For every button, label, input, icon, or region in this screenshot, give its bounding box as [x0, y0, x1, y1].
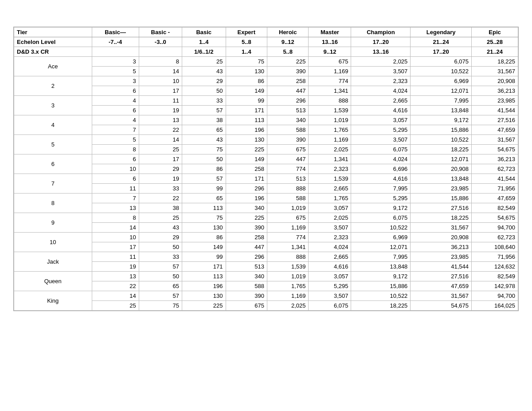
data-cell: 513 [226, 262, 267, 272]
data-cell: 62,723 [472, 164, 518, 174]
data-cell: 31,567 [411, 223, 472, 233]
data-cell: 18,225 [411, 213, 472, 223]
master-header: Master [309, 28, 351, 37]
dnd-cr-label: D&D 3.x CR [14, 47, 92, 57]
data-cell: 171 [182, 262, 226, 272]
data-cell: 1,169 [267, 291, 309, 301]
data-cell: 3 [92, 76, 139, 86]
data-cell: 675 [309, 57, 351, 67]
data-cell: 164,025 [472, 301, 518, 311]
data-cell: 3,507 [309, 223, 351, 233]
data-cell: 142,978 [472, 281, 518, 291]
data-cell: 17 [92, 242, 139, 252]
data-cell: 5 [92, 135, 139, 145]
data-cell: 1,169 [267, 223, 309, 233]
data-cell: 149 [226, 86, 267, 96]
data-cell: 12,071 [411, 86, 472, 96]
table-row: 4413381133401,0193,0579,17227,516 [14, 115, 518, 125]
data-cell: 6 [92, 106, 139, 115]
data-cell: 225 [226, 145, 267, 154]
data-cell: 447 [267, 154, 309, 164]
data-cell: 33 [182, 96, 226, 106]
data-cell: 5,295 [309, 281, 351, 291]
data-cell: 2,665 [351, 96, 411, 106]
dnd-master: 9..12 [309, 47, 351, 57]
data-cell: 225 [226, 213, 267, 223]
data-cell: 22 [92, 281, 139, 291]
basic-dash-header: Basic— [92, 28, 139, 37]
data-cell: 390 [267, 135, 309, 145]
data-cell: 2,025 [351, 57, 411, 67]
data-cell: 20,908 [472, 76, 518, 86]
heroic-header: Heroic [267, 28, 309, 37]
data-cell: 99 [226, 96, 267, 106]
data-cell: 2,025 [309, 213, 351, 223]
data-cell: 588 [226, 281, 267, 291]
data-cell: 10 [92, 164, 139, 174]
data-cell: 1,539 [267, 262, 309, 272]
data-cell: 23,985 [411, 252, 472, 262]
data-cell: 888 [267, 184, 309, 194]
data-cell: 2,025 [267, 301, 309, 311]
data-cell: 43 [182, 135, 226, 145]
data-cell: 65 [139, 281, 182, 291]
legendary-header: Legendary [411, 28, 472, 37]
data-cell: 75 [182, 145, 226, 154]
data-cell: 390 [267, 67, 309, 76]
data-cell: 38 [182, 115, 226, 125]
data-cell: 6,075 [411, 57, 472, 67]
row-label: 10 [14, 233, 92, 252]
dnd-cr-row: D&D 3.x CR 1/6..1/2 1..4 5..8 9..12 13..… [14, 47, 518, 57]
data-cell: 4 [92, 115, 139, 125]
data-cell: 10 [92, 233, 139, 242]
data-cell: 2,323 [309, 164, 351, 174]
data-cell: 13 [139, 115, 182, 125]
data-cell: 50 [182, 154, 226, 164]
data-cell: 23,985 [472, 96, 518, 106]
data-cell: 22 [139, 194, 182, 203]
data-cell: 86 [182, 233, 226, 242]
data-cell: 75 [226, 57, 267, 67]
champion-header: Champion [351, 28, 411, 37]
data-cell: 94,700 [472, 291, 518, 301]
data-cell: 3,507 [351, 135, 411, 145]
data-cell: 4,024 [351, 154, 411, 164]
echelon-row: Echelon Level -7..-4 -3..0 1..4 5..8 9..… [14, 37, 518, 47]
data-cell: 6 [92, 154, 139, 164]
row-label: 8 [14, 194, 92, 213]
data-cell: 12,071 [351, 242, 411, 252]
table-row: 5514431303901,1693,50710,52231,567 [14, 135, 518, 145]
data-cell: 1,765 [309, 125, 351, 135]
data-cell: 3,507 [309, 291, 351, 301]
data-cell: 774 [309, 76, 351, 86]
data-cell: 196 [182, 281, 226, 291]
data-cell: 171 [226, 106, 267, 115]
data-cell: 50 [139, 242, 182, 252]
data-cell: 130 [226, 135, 267, 145]
row-label: 4 [14, 115, 92, 135]
data-cell: 33 [139, 184, 182, 194]
dnd-basic-frac: 1/6..1/2 [182, 47, 226, 57]
data-cell: 14 [139, 135, 182, 145]
champion-range: 17..20 [351, 37, 411, 47]
data-cell: 5,295 [351, 125, 411, 135]
data-cell: 22 [139, 125, 182, 135]
table-row: 6617501494471,3414,02412,07136,213 [14, 154, 518, 164]
data-cell: 11 [92, 252, 139, 262]
table-row: 231029862587742,3236,96920,908 [14, 76, 518, 86]
data-cell: 31,567 [411, 291, 472, 301]
data-cell: 6,075 [351, 213, 411, 223]
data-cell: 13,848 [411, 106, 472, 115]
data-cell: 340 [226, 272, 267, 281]
data-cell: 1,019 [309, 115, 351, 125]
data-cell: 7 [92, 125, 139, 135]
data-cell: 3 [92, 57, 139, 67]
data-cell: 50 [182, 86, 226, 96]
table-row: Queen13501133401,0193,0579,17227,51682,5… [14, 272, 518, 281]
data-cell: 11 [92, 184, 139, 194]
data-cell: 11 [139, 96, 182, 106]
data-cell: 27,516 [472, 115, 518, 125]
data-cell: 4,024 [309, 242, 351, 252]
data-cell: 1,169 [309, 67, 351, 76]
row-label: 9 [14, 213, 92, 233]
